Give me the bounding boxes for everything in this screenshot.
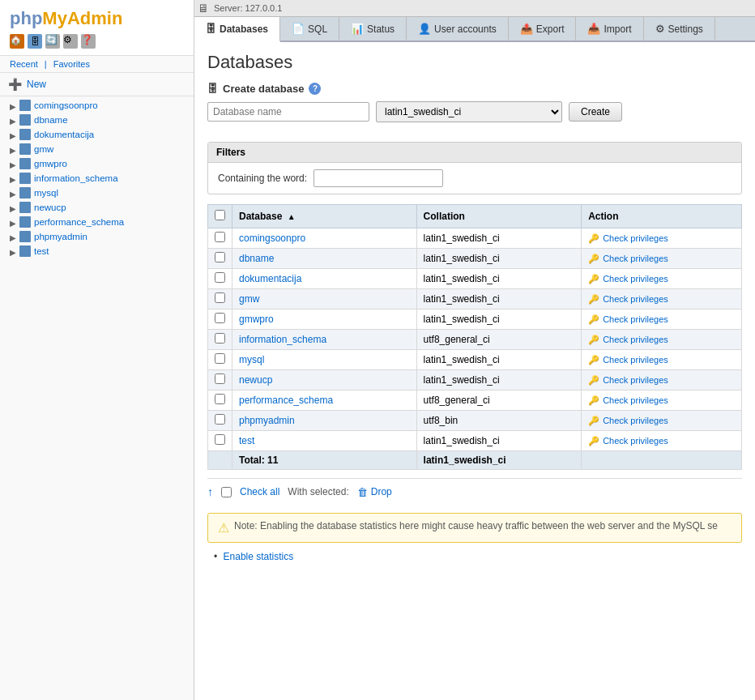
check-privileges-link[interactable]: Check privileges xyxy=(603,233,668,243)
row-checkbox[interactable] xyxy=(215,333,225,344)
check-privileges-link[interactable]: Check privileges xyxy=(603,335,668,344)
tab-settings[interactable]: ⚙ Settings xyxy=(644,17,715,41)
help-small-icon[interactable]: ❓ xyxy=(81,34,96,49)
sidebar-item-comingsoonpro[interactable]: ▶ comingsoonpro xyxy=(0,98,194,113)
drop-button[interactable]: 🗑 Drop xyxy=(357,486,392,498)
recent-link[interactable]: Recent xyxy=(10,59,38,69)
db-tree-icon xyxy=(19,173,31,184)
database-name-input[interactable] xyxy=(207,102,369,122)
sidebar-item-information-schema[interactable]: ▶ information_schema xyxy=(0,171,194,186)
enable-statistics-link[interactable]: Enable statistics xyxy=(224,551,294,562)
db-name-link[interactable]: newucp xyxy=(239,374,272,386)
db-name-link[interactable]: test xyxy=(239,435,254,446)
db-name-link[interactable]: gmwpro xyxy=(239,314,274,325)
favorites-link[interactable]: Favorites xyxy=(53,59,90,69)
tab-status[interactable]: 📊 Status xyxy=(339,17,407,41)
db-icon[interactable]: 🗄 xyxy=(28,34,42,49)
row-action: 🔑 Check privileges xyxy=(582,269,742,289)
row-collation: utf8_general_ci xyxy=(416,391,582,411)
check-privileges-link[interactable]: Check privileges xyxy=(603,395,668,405)
refresh-icon[interactable]: 🔄 xyxy=(45,34,60,49)
row-checkbox[interactable] xyxy=(215,313,225,323)
check-privileges-link[interactable]: Check privileges xyxy=(603,436,668,446)
drop-icon: 🗑 xyxy=(357,486,368,498)
row-action: 🔑 Check privileges xyxy=(582,330,742,350)
check-privileges-link[interactable]: Check privileges xyxy=(603,274,668,284)
check-privileges-link[interactable]: Check privileges xyxy=(603,375,668,385)
check-privileges-link[interactable]: Check privileges xyxy=(603,355,668,365)
db-tree-label[interactable]: information_schema xyxy=(34,173,118,183)
row-db-name: dbname xyxy=(232,249,417,269)
db-name-link[interactable]: gmw xyxy=(239,293,259,305)
help-icon[interactable]: ? xyxy=(309,83,321,95)
row-collation: latin1_swedish_ci xyxy=(416,228,582,249)
db-name-link[interactable]: dbname xyxy=(239,253,274,264)
th-database[interactable]: Database ▲ xyxy=(232,205,417,228)
filters-header[interactable]: Filters xyxy=(208,143,741,163)
check-privileges-link[interactable]: Check privileges xyxy=(603,294,668,304)
row-db-name: gmwpro xyxy=(232,309,417,330)
db-name-link[interactable]: dokumentacija xyxy=(239,273,301,284)
collation-select[interactable]: latin1_swedish_ci xyxy=(376,101,562,122)
row-action: 🔑 Check privileges xyxy=(582,350,742,370)
row-checkbox[interactable] xyxy=(215,252,225,262)
privileges-icon: 🔑 xyxy=(588,354,599,365)
sidebar-item-phpmyadmin[interactable]: ▶ phpmyadmin xyxy=(0,229,194,244)
db-tree-icon xyxy=(19,143,31,155)
db-name-link[interactable]: comingsoonpro xyxy=(239,233,305,244)
row-checkbox[interactable] xyxy=(215,373,225,384)
expand-icon: ▶ xyxy=(10,204,16,211)
sidebar-item-dokumentacija[interactable]: ▶ dokumentacija xyxy=(0,127,194,142)
sidebar-item-gmw[interactable]: ▶ gmw xyxy=(0,142,194,156)
privileges-icon: 🔑 xyxy=(588,314,599,325)
sidebar-item-newucp[interactable]: ▶ newucp xyxy=(0,200,194,215)
db-name-link[interactable]: phpmyadmin xyxy=(239,415,295,426)
check-all-label[interactable]: Check all xyxy=(240,486,279,497)
sidebar-item-mysql[interactable]: ▶ mysql xyxy=(0,186,194,200)
row-checkbox[interactable] xyxy=(215,272,225,283)
db-tree-label[interactable]: comingsoonpro xyxy=(34,100,98,110)
sidebar-item-performance-schema[interactable]: ▶ performance_schema xyxy=(0,215,194,229)
check-privileges-link[interactable]: Check privileges xyxy=(603,254,668,263)
db-tree-label[interactable]: gmwpro xyxy=(34,159,67,169)
row-collation: latin1_swedish_ci xyxy=(416,370,582,391)
row-checkbox[interactable] xyxy=(215,232,225,242)
row-checkbox-cell xyxy=(208,309,232,330)
select-all-checkbox[interactable] xyxy=(215,210,225,220)
check-privileges-link[interactable]: Check privileges xyxy=(603,416,668,425)
tab-sql-label: SQL xyxy=(308,23,327,35)
row-checkbox[interactable] xyxy=(215,292,225,303)
db-tree-label[interactable]: performance_schema xyxy=(34,217,124,227)
settings-small-icon[interactable]: ⚙ xyxy=(63,34,78,49)
db-name-link[interactable]: performance_schema xyxy=(239,395,333,406)
filter-input[interactable] xyxy=(314,169,443,187)
tab-import[interactable]: 📥 Import xyxy=(576,17,643,41)
row-action: 🔑 Check privileges xyxy=(582,228,742,249)
db-tree-label[interactable]: mysql xyxy=(34,188,58,198)
db-tree-label[interactable]: gmw xyxy=(34,144,53,154)
row-checkbox[interactable] xyxy=(215,434,225,445)
sidebar-item-dbname[interactable]: ▶ dbname xyxy=(0,113,194,127)
sidebar-item-gmwpro[interactable]: ▶ gmwpro xyxy=(0,156,194,171)
tab-user-accounts[interactable]: 👤 User accounts xyxy=(407,17,509,41)
check-all-checkbox[interactable] xyxy=(221,487,232,497)
scroll-top-button[interactable]: ↑ xyxy=(207,485,213,498)
row-checkbox[interactable] xyxy=(215,353,225,364)
home-icon[interactable]: 🏠 xyxy=(10,34,24,49)
new-database-button[interactable]: ➕ New xyxy=(0,73,194,96)
tab-sql[interactable]: 📄 SQL xyxy=(280,17,339,41)
db-name-link[interactable]: information_schema xyxy=(239,334,326,345)
db-tree-label[interactable]: newucp xyxy=(34,203,66,212)
db-name-link[interactable]: mysql xyxy=(239,354,264,365)
create-button[interactable]: Create xyxy=(569,102,622,122)
db-tree-label[interactable]: test xyxy=(34,246,49,256)
row-checkbox[interactable] xyxy=(215,394,225,404)
tab-export[interactable]: 📤 Export xyxy=(509,17,577,41)
db-tree-label[interactable]: dbname xyxy=(34,115,68,125)
tab-databases[interactable]: 🗄 Databases xyxy=(194,17,280,42)
check-privileges-link[interactable]: Check privileges xyxy=(603,314,668,324)
sidebar-item-test[interactable]: ▶ test xyxy=(0,244,194,258)
db-tree-label[interactable]: dokumentacija xyxy=(34,130,94,139)
row-checkbox[interactable] xyxy=(215,414,225,425)
db-tree-label[interactable]: phpmyadmin xyxy=(34,232,87,241)
